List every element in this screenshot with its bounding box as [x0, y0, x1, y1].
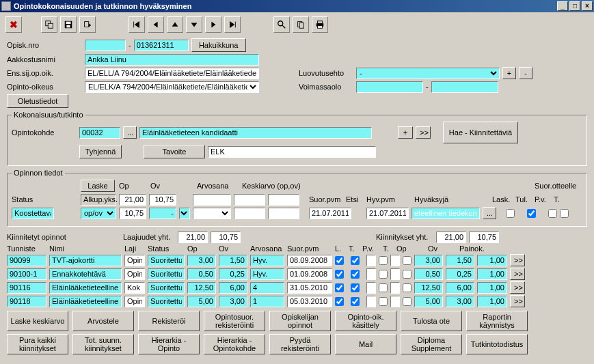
save-icon[interactable]	[60, 16, 77, 33]
row-tunniste[interactable]	[7, 268, 46, 280]
row-pv-input[interactable]	[366, 282, 376, 294]
opintokohde-code-input[interactable]	[79, 127, 120, 139]
action-button[interactable]: Mail	[335, 334, 396, 354]
row-t1-checkbox[interactable]	[351, 297, 360, 306]
row-t2-input[interactable]	[390, 282, 400, 294]
opisk-nro-b-input[interactable]	[134, 40, 189, 51]
action-button[interactable]: Pura kaikki kiinnitykset	[7, 334, 68, 354]
aakostus-input[interactable]	[85, 54, 259, 66]
row-painok[interactable]	[477, 296, 507, 307]
row-t1-checkbox[interactable]	[351, 283, 360, 292]
row-pv-checkbox[interactable]	[379, 256, 388, 265]
row-t2-checkbox[interactable]	[403, 256, 411, 265]
toolbar-btn-3[interactable]	[79, 16, 96, 33]
hae-kiinnitettavia-button[interactable]: Hae - Kiinnitettäviä	[443, 122, 518, 143]
row-t2-checkbox[interactable]	[403, 270, 411, 279]
row-more-button[interactable]: >>	[510, 281, 525, 294]
action-button[interactable]: Tot. suunn. kiinnitykset	[72, 334, 134, 354]
row-ov[interactable]	[219, 282, 247, 294]
row-op2[interactable]	[414, 268, 443, 280]
row-tunniste[interactable]	[7, 255, 46, 266]
row-status[interactable]	[148, 282, 185, 294]
row-pv-checkbox[interactable]	[379, 270, 388, 279]
luovutus-minus-button[interactable]: -	[519, 67, 532, 79]
row-op2[interactable]	[414, 255, 443, 266]
row-nimi[interactable]	[49, 255, 122, 266]
t-checkbox[interactable]	[560, 209, 569, 218]
pv-checkbox[interactable]	[548, 209, 557, 218]
action-button[interactable]: Laske keskiarvo	[7, 311, 68, 331]
row-ov2[interactable]	[446, 282, 474, 294]
keskiarvo-ov2-input[interactable]	[268, 208, 299, 219]
row-more-button[interactable]: >>	[510, 254, 525, 266]
row-ov[interactable]	[219, 255, 247, 266]
action-button[interactable]: Arvostele	[72, 311, 134, 331]
row-pv-checkbox[interactable]	[379, 297, 388, 306]
kohde-next-button[interactable]: >>	[416, 126, 431, 139]
row-arvosana[interactable]	[250, 255, 284, 266]
row-suorpvm[interactable]	[287, 296, 332, 307]
row-nimi[interactable]	[49, 282, 122, 294]
row-t2-checkbox[interactable]	[403, 283, 411, 292]
ov-a-input[interactable]	[149, 194, 176, 206]
laske-button[interactable]: Laske	[81, 180, 115, 192]
action-button[interactable]: Tutkintotodistus	[466, 334, 528, 354]
row-op[interactable]	[187, 255, 216, 266]
status-input[interactable]	[12, 208, 54, 219]
row-pv-input[interactable]	[366, 296, 376, 307]
laajuudet-op-input[interactable]	[178, 232, 208, 243]
row-l-checkbox[interactable]	[335, 297, 344, 306]
action-button[interactable]: Pyydä rekisteröinti	[269, 334, 331, 354]
opintokohde-name-input[interactable]	[139, 127, 372, 139]
lask-checkbox[interactable]	[506, 209, 515, 218]
ens-input[interactable]	[85, 68, 259, 79]
row-op2[interactable]	[414, 296, 443, 307]
row-painok[interactable]	[477, 268, 507, 280]
minimize-button[interactable]: _	[557, 1, 568, 11]
opisk-nro-a-input[interactable]	[85, 40, 126, 51]
row-painok[interactable]	[477, 282, 507, 294]
ov-b-input[interactable]	[149, 208, 176, 219]
hyvaksyja-lookup-button[interactable]: ...	[483, 207, 496, 219]
tul-checkbox[interactable]	[527, 209, 536, 218]
row-laji[interactable]	[124, 296, 145, 307]
luovutus-plus-button[interactable]: +	[502, 67, 516, 79]
row-l-checkbox[interactable]	[335, 256, 344, 265]
row-ov2[interactable]	[446, 268, 474, 280]
nav-up-icon[interactable]	[167, 16, 183, 33]
row-more-button[interactable]: >>	[510, 268, 525, 280]
arvosana-select[interactable]	[193, 208, 231, 219]
row-laji[interactable]	[124, 255, 145, 266]
hyvaksyja-input[interactable]	[411, 208, 480, 219]
oletustiedot-button[interactable]: Oletustiedot	[7, 94, 68, 108]
row-t2-input[interactable]	[390, 296, 400, 307]
keskiarvo-op-input[interactable]	[234, 194, 265, 206]
row-l-checkbox[interactable]	[335, 270, 344, 279]
op-b-input[interactable]	[119, 208, 146, 219]
ov-b-select[interactable]	[179, 208, 190, 219]
tavoite-button[interactable]: Tavoite	[144, 145, 205, 158]
action-button[interactable]: Tulosta ote	[401, 311, 462, 331]
row-nimi[interactable]	[49, 268, 122, 280]
action-button[interactable]: Opinto-oik. käsittely	[335, 311, 396, 331]
close-button[interactable]: ×	[582, 1, 593, 11]
row-pv-input[interactable]	[366, 255, 376, 266]
row-ov[interactable]	[219, 296, 247, 307]
row-t1-checkbox[interactable]	[351, 256, 360, 265]
row-laji[interactable]	[124, 268, 145, 280]
row-op[interactable]	[187, 296, 216, 307]
keskiarvo-ov-input[interactable]	[268, 194, 299, 206]
action-button[interactable]: Hierarkia - Opintokohde	[204, 334, 265, 354]
oikeus-select[interactable]: EL/ELK/A 794/2004/Eläinlääketiete/Eläinl…	[85, 81, 259, 93]
print-icon[interactable]	[312, 16, 328, 33]
alkup-yks-select[interactable]: op/ov	[81, 208, 116, 219]
row-status[interactable]	[148, 255, 185, 266]
kiin-op-input[interactable]	[436, 232, 466, 243]
keskiarvo-op2-input[interactable]	[234, 208, 265, 219]
arvosana-input[interactable]	[193, 194, 231, 206]
action-button[interactable]: Opiskelijan opinnot	[269, 311, 331, 331]
action-button[interactable]: Hierarkia - Opinto	[138, 334, 200, 354]
laajuudet-ov-input[interactable]	[211, 232, 241, 243]
row-nimi[interactable]	[49, 296, 122, 307]
hyvpvm-input[interactable]	[366, 208, 409, 219]
